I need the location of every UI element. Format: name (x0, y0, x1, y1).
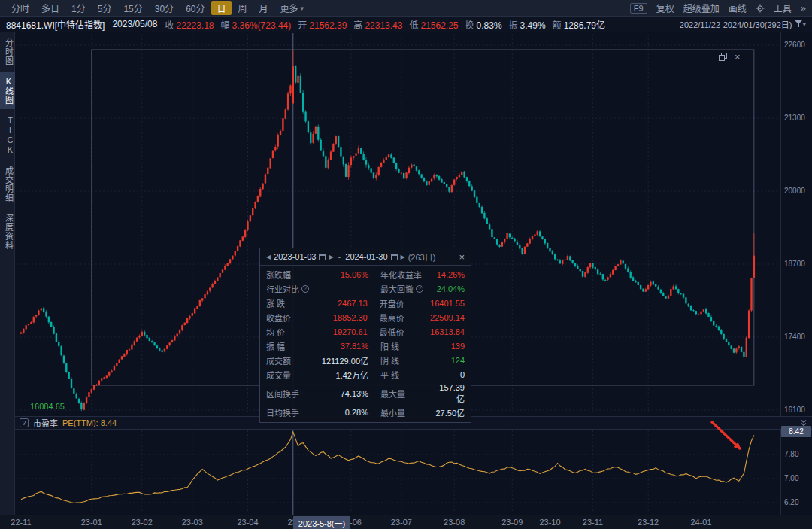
x-axis-label-23-12: 23-12 (632, 518, 665, 527)
stats-header: ◀ 2023-01-03 ▶ - 2024-01-30 ▶ (263日) × (260, 248, 471, 266)
price-axis-label: 18700 (784, 260, 811, 268)
prev-date-icon[interactable]: ◀ (266, 254, 271, 260)
period-tab-30分[interactable]: 30分 (150, 1, 179, 15)
stats-row: 区间换手74.13%最大量157.39亿 (260, 382, 471, 405)
quote-field-开: 开21562.39 (298, 18, 347, 31)
tool-复权[interactable]: 复权 (656, 2, 674, 14)
quote-field-低: 低21562.25 (409, 18, 458, 31)
period-tab-多日[interactable]: 多日 (36, 1, 65, 15)
x-axis-label-23-02: 23-02 (126, 518, 159, 527)
quote-field-高: 高22313.43 (353, 18, 402, 31)
period-tab-月[interactable]: 月 (254, 1, 274, 15)
trading-terminal: 分时多日1分5分15分30分60分日周月更多 ▾ F9复权超级叠加画线 工具 »… (0, 0, 812, 529)
stats-row: 振 幅37.81%阳 线139 (260, 339, 471, 353)
period-tab-分时[interactable]: 分时 (6, 1, 35, 15)
stats-start-date[interactable]: 2023-01-03 (274, 252, 316, 261)
stats-row: 收盘价18852.30最高价22509.14 (260, 310, 471, 324)
quote-field-幅: 幅3.36%(723.44) (221, 18, 292, 31)
stats-row: 均 价19270.61最低价16313.84 (260, 324, 471, 339)
date-separator: - (337, 252, 343, 261)
period-toolbar: 分时多日1分5分15分30分60分日周月更多 ▾ F9复权超级叠加画线 工具 » (0, 0, 812, 17)
period-tab-周[interactable]: 周 (233, 1, 253, 15)
next-date-icon[interactable]: ▶ (329, 254, 333, 260)
toolbar-right: F9复权超级叠加画线 工具 » (630, 2, 806, 14)
quote-field-换: 换0.83% (465, 18, 502, 31)
x-axis-label-23-10: 23-10 (534, 518, 567, 527)
stats-row: 日均换手0.28%最小量27.50亿 (260, 405, 471, 419)
help-icon[interactable]: ? (416, 285, 423, 293)
symbol-name: 8841681.WI[中特估指数] (6, 18, 105, 31)
rail-tab-成交明细[interactable]: 成交明细 (0, 162, 15, 207)
calendar-icon[interactable] (319, 254, 326, 260)
tool-画线[interactable]: 画线 (729, 2, 747, 14)
period-tab-15分[interactable]: 15分 (118, 1, 147, 15)
price-axis-label: 17400 (784, 333, 811, 341)
interval-stats-window: ◀ 2023-01-03 ▶ - 2024-01-30 ▶ (263日) × 涨… (259, 248, 471, 423)
crosshair-date-badge: 2023-5-8(一) (293, 516, 350, 529)
x-axis-label-23-03: 23-03 (176, 518, 209, 527)
price-axis-label: 22600 (784, 41, 811, 49)
x-axis-label-23-11: 23-11 (576, 518, 609, 527)
quote-info-bar: 8841681.WI[中特估指数] 2023/05/08 收22223.18幅3… (0, 17, 812, 32)
period-tab-1分[interactable]: 1分 (66, 1, 91, 15)
quote-fields: 收22223.18幅3.36%(723.44)开21562.39高22313.4… (165, 18, 605, 31)
price-axis-label: 21300 (784, 114, 811, 122)
stats-row: 行业对比?-最大回撤?-24.04% (260, 281, 471, 296)
next-date-icon[interactable]: ▶ (401, 254, 405, 260)
stats-row: 涨 跌2467.13开盘价16401.55 (260, 296, 471, 310)
more-caret-icon: ▾ (301, 5, 304, 12)
price-axis: 2260021300200001870017400161007.807.006.… (780, 32, 812, 515)
x-axis-label-23-09: 23-09 (495, 518, 529, 527)
calendar-icon[interactable] (391, 254, 398, 260)
period-tab-5分[interactable]: 5分 (92, 1, 117, 15)
stats-row: 成交量1.42万亿平 线0 (260, 367, 471, 382)
x-axis-label-23-04: 23-04 (232, 518, 265, 527)
close-stats-icon[interactable]: × (459, 252, 465, 262)
period-tab-日[interactable]: 日 (211, 1, 231, 15)
rail-tab-深度资料[interactable]: 深度资料 (0, 209, 15, 254)
date-range-text: 2022/11/22-2024/01/30(292日) (680, 18, 792, 30)
period-tabs: 分时多日1分5分15分30分60分日周月更多 (6, 1, 304, 15)
rail-tab-分时图[interactable]: 分时图 (0, 34, 15, 70)
pane-window-controls: × (719, 51, 741, 62)
x-axis-label-22-11: 22-11 (5, 518, 38, 527)
range-caret-icon[interactable]: ▾ (802, 20, 806, 28)
date-range[interactable]: 2022/11/22-2024/01/30(292日) ▾ (680, 18, 806, 30)
pe-axis-label: 6.20 (784, 498, 811, 506)
pe-axis-label: 7.00 (784, 474, 811, 482)
restore-pane-icon[interactable] (719, 53, 727, 61)
pe-axis-label: 7.80 (784, 450, 811, 458)
close-pane-icon[interactable]: × (735, 51, 741, 62)
pe-line (21, 432, 754, 503)
quote-field-额: 额1286.79亿 (553, 18, 605, 31)
pe-current-value-badge: 8.42 (781, 426, 811, 437)
period-tab-60分[interactable]: 60分 (180, 1, 210, 15)
pe-panel-title: 市盈率 (33, 417, 58, 429)
x-axis-label-23-07: 23-07 (385, 518, 418, 527)
tool-工具[interactable]: 工具 (774, 2, 792, 14)
tool-超级叠加[interactable]: 超级叠加 (683, 2, 720, 14)
quote-field-振: 振3.49% (509, 18, 546, 31)
help-icon[interactable]: ? (20, 418, 29, 427)
pe-value-label: PE(TTM): 8.44 (62, 418, 117, 427)
period-tab-更多[interactable]: 更多 (275, 1, 304, 15)
gear-icon[interactable] (756, 4, 765, 13)
rail-tab-TICK[interactable]: TICK (0, 111, 15, 160)
funnel-icon[interactable] (795, 20, 802, 28)
stats-row: 涨跌幅15.06%年化收益率14.26% (260, 267, 471, 281)
quote-date: 2023/05/08 (112, 19, 157, 29)
tool-F9[interactable]: F9 (630, 3, 647, 14)
help-icon[interactable]: ? (301, 285, 309, 293)
stats-end-date[interactable]: 2024-01-30 (345, 252, 387, 261)
price-axis-label: 20000 (784, 187, 811, 195)
low-price-annotation: 16084.65 (30, 402, 65, 411)
stats-rows: 涨跌幅15.06%年化收益率14.26%行业对比?-最大回撤?-24.04%涨 … (260, 266, 471, 422)
date-axis: 2023-5-8(一) 22-1123-0123-0223-0323-0423-… (0, 515, 812, 529)
x-axis-label-24-01: 24-01 (685, 518, 718, 527)
x-axis-label-23-01: 23-01 (75, 518, 108, 527)
price-axis-label: 16100 (784, 406, 811, 414)
stats-day-count: (263日) (408, 251, 436, 263)
more-tools-icon[interactable]: » (801, 2, 806, 14)
rail-tab-K线图[interactable]: K线图 (0, 72, 15, 109)
stats-row: 成交额121129.00亿阴 线124 (260, 353, 471, 367)
